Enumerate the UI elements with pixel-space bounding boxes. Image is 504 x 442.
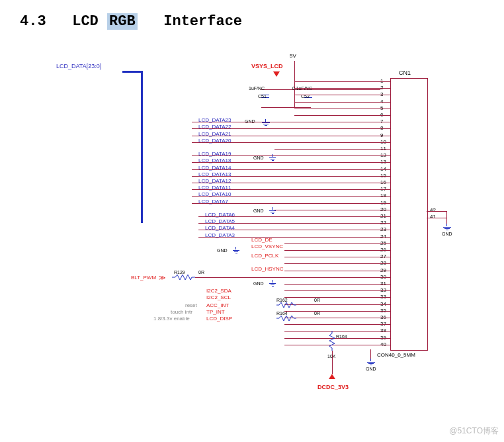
label-dcdc-3v3: DCDC_3V3: [317, 384, 349, 390]
conn-ref: CN1: [399, 69, 411, 76]
r129-ref: R129: [174, 270, 185, 275]
r164-ref: R164: [276, 311, 288, 316]
pin42-wire: [427, 211, 446, 212]
c51-val: 1uF/NC: [249, 86, 265, 91]
label-sda: I2C2_SDA: [206, 288, 231, 294]
gnd-label-3: GND: [253, 208, 264, 213]
bus-label: LCD_DATA[23:0]: [56, 63, 101, 69]
gnd-icon-3: [268, 207, 277, 214]
r162-ref: R162: [276, 298, 288, 302]
note-enable: 1.8/3.3v enable: [153, 316, 190, 322]
r163-ref: R163: [336, 334, 347, 339]
r164-val: 0R: [314, 311, 320, 316]
section-title: 4.3 LCD RGB Interface: [20, 13, 242, 30]
label-vsys-lcd: VSYS_LCD: [251, 63, 283, 69]
gnd-icon-right: [442, 224, 452, 230]
r129: [172, 275, 195, 280]
r162-val: 0R: [314, 298, 320, 302]
bus-wire-v: [141, 71, 143, 223]
r164: [276, 316, 296, 321]
bus-wire: [122, 71, 142, 73]
dcdc-arrow-icon: [329, 374, 335, 379]
label-acc: ACC_INT: [206, 302, 229, 308]
r162: [276, 302, 296, 308]
gnd-icon-4: [231, 247, 241, 253]
gnd-icon-5: [268, 280, 277, 287]
title-word-rgb: RGB: [107, 13, 138, 30]
label-de: LCD_DE: [251, 237, 273, 243]
schematic-area: LCD_DATA[23:0] 5V VSYS_LCD 1uF/NC C51 0.…: [0, 53, 504, 423]
section-number: 4.3: [20, 13, 46, 30]
r129-val: 0R: [198, 270, 204, 275]
title-word-interface: Interface: [163, 13, 242, 30]
gnd-label-2: GND: [253, 155, 264, 160]
label-pclk: LCD_PCLK: [251, 253, 278, 259]
connector-body: [390, 78, 428, 351]
label-tp: TP_INT: [206, 309, 225, 315]
watermark: @51CTO博客: [449, 425, 499, 437]
note-touch: touch intr: [171, 309, 192, 315]
pin-41: 41: [430, 214, 436, 220]
blt-port-icon: ≫: [159, 274, 165, 282]
dcdc-rail: [332, 351, 333, 374]
pin-42: 42: [430, 207, 436, 213]
c51-ref: C51: [258, 94, 267, 99]
gnd-label-right: GND: [442, 232, 452, 236]
gnd-bot-v: [370, 349, 371, 359]
gnd-label-bot: GND: [366, 367, 376, 371]
power-arrow-icon: [273, 71, 280, 77]
conn-type: CON40_0_5MM: [377, 352, 415, 358]
r163: [329, 331, 335, 351]
pin41-wire: [427, 218, 446, 218]
label-hsync: LCD_HSYNC: [251, 266, 283, 272]
cap-rail: [261, 89, 380, 90]
label-vsync: LCD_VSYNC: [251, 243, 283, 249]
label-disp: LCD_DISP: [206, 316, 232, 322]
title-word-lcd: LCD: [72, 13, 99, 30]
power-rail: [294, 61, 295, 107]
gnd-icon-2: [268, 154, 277, 161]
gnd-right-v: [446, 211, 447, 224]
label-scl: I2C2_SCL: [206, 294, 231, 300]
label-5v: 5V: [290, 53, 296, 59]
blt-wire: [195, 277, 390, 278]
gnd-label-4: GND: [217, 248, 228, 253]
gnd-label-5: GND: [253, 281, 264, 286]
gnd-icon-bot: [366, 359, 376, 365]
label-blt-pwm: BLT_PWM: [131, 275, 156, 281]
note-reset: reset: [185, 302, 197, 308]
